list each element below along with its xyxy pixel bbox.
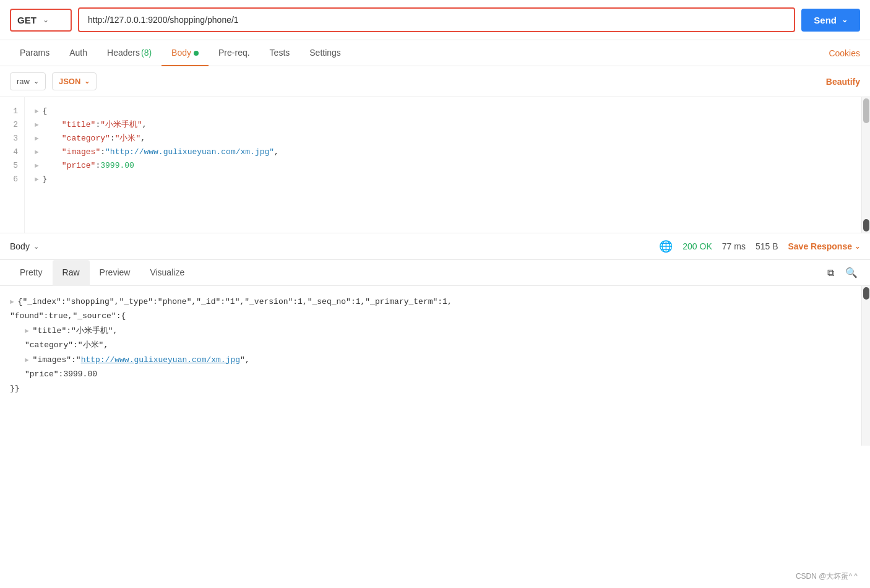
code-content[interactable]: ►{ ► "title":"小米手机", ► "category":"小米", … [25,97,861,233]
line-num-2: 2 [6,118,18,132]
body-toolbar: raw ⌄ JSON ⌄ Beautify [0,66,870,97]
format-label: raw [17,77,30,86]
response-status-bar: Body ⌄ 🌐 200 OK 77 ms 515 B Save Respons… [0,233,870,260]
line-num-6: 6 [6,173,18,186]
code-line-6: ►} [35,173,851,186]
tab-prereq[interactable]: Pre-req. [209,40,260,66]
response-body[interactable]: ►{"_index":"shopping","_type":"phone","_… [0,286,861,446]
type-dropdown[interactable]: JSON ⌄ [52,72,97,90]
resp-line-3: ►"title":"小米手机", [10,324,851,338]
line-num-1: 1 [6,105,18,118]
tab-auth[interactable]: Auth [59,40,97,66]
resp-line-5: ►"images":"http://www.gulixueyuan.com/xm… [10,353,851,367]
code-line-4: ► "images":"http://www.gulixueyuan.com/x… [35,145,851,159]
globe-icon: 🌐 [659,240,673,253]
response-body-wrap: ►{"_index":"shopping","_type":"phone","_… [0,286,870,446]
arrow-icon-6: ► [35,174,39,186]
line-num-4: 4 [6,145,18,159]
beautify-button[interactable]: Beautify [826,77,860,87]
response-tab-icons: ⧉ 🔍 [825,264,860,281]
tab-raw[interactable]: Raw [53,260,90,286]
request-tabs: Params Auth Headers(8) Body Pre-req. Tes… [0,40,870,66]
method-select[interactable]: GET ⌄ [10,9,72,32]
tab-preview[interactable]: Preview [90,260,140,286]
scrollbar-thumb-top [863,98,869,123]
response-section: Pretty Raw Preview Visualize ⧉ 🔍 ►{"_ind… [0,260,870,446]
tab-settings[interactable]: Settings [299,40,351,66]
code-line-1: ►{ [35,105,851,118]
resp-line-2: "found":true,"_source":{ [10,309,851,323]
code-line-3: ► "category":"小米", [35,132,851,145]
tab-pretty[interactable]: Pretty [10,260,53,286]
send-chevron-icon: ⌄ [842,15,848,24]
arrow-icon-2: ► [35,119,39,131]
response-body-dropdown[interactable]: Body ⌄ [10,241,39,251]
response-tabs: Pretty Raw Preview Visualize ⧉ 🔍 [0,260,870,286]
resp-arrow-5: ► [25,357,29,364]
save-response-button[interactable]: Save Response ⌄ [788,241,861,251]
tab-body[interactable]: Body [162,40,209,66]
resp-line-7: }} [10,381,851,396]
code-line-5: ► "price":3999.00 [35,159,851,173]
url-input[interactable] [78,7,795,32]
search-icon[interactable]: 🔍 [843,264,860,281]
code-editor: 1 2 3 4 5 6 ►{ ► "title":"小米手机", ► "cate… [0,97,870,233]
format-chevron-icon: ⌄ [33,77,39,85]
response-body-label: Body [10,241,30,251]
response-scrollbar[interactable] [861,286,870,446]
scrollbar-thumb-bottom [863,219,869,231]
status-size: 515 B [756,241,778,251]
resp-images-link[interactable]: http://www.gulixueyuan.com/xm.jpg [81,355,240,365]
tab-tests[interactable]: Tests [260,40,300,66]
method-label: GET [17,15,37,25]
format-dropdown[interactable]: raw ⌄ [10,72,46,90]
resp-line-6: "price":3999.00 [10,367,851,381]
type-label: JSON [59,77,80,86]
method-chevron-icon: ⌄ [43,15,49,24]
line-num-3: 3 [6,132,18,145]
tab-visualize[interactable]: Visualize [140,260,194,286]
arrow-icon-5: ► [35,160,39,172]
arrow-icon-4: ► [35,147,39,158]
resp-line-4: "category":"小米", [10,338,851,352]
cookies-link[interactable]: Cookies [829,48,860,58]
body-active-dot [194,51,199,56]
tab-params[interactable]: Params [10,40,59,66]
resp-arrow-3: ► [25,327,29,335]
status-time: 77 ms [722,241,746,251]
line-numbers: 1 2 3 4 5 6 [0,97,25,233]
resp-line-1: ►{"_index":"shopping","_type":"phone","_… [10,295,851,309]
save-chevron-icon: ⌄ [855,243,860,251]
arrow-icon-3: ► [35,133,39,145]
code-line-2: ► "title":"小米手机", [35,118,851,132]
top-bar: GET ⌄ Send ⌄ [0,0,870,40]
status-info: 🌐 200 OK 77 ms 515 B Save Response ⌄ [659,240,860,253]
resp-arrow-1: ► [10,298,14,306]
type-chevron-icon: ⌄ [84,77,90,85]
line-num-5: 5 [6,159,18,173]
send-button[interactable]: Send ⌄ [801,9,860,32]
tab-headers[interactable]: Headers(8) [97,40,162,66]
response-body-chevron-icon: ⌄ [33,243,39,251]
resp-scrollbar-thumb [863,287,869,300]
status-ok: 200 OK [683,241,712,251]
copy-icon[interactable]: ⧉ [825,265,837,281]
arrow-icon-1: ► [35,106,39,118]
editor-scrollbar[interactable] [861,97,870,233]
